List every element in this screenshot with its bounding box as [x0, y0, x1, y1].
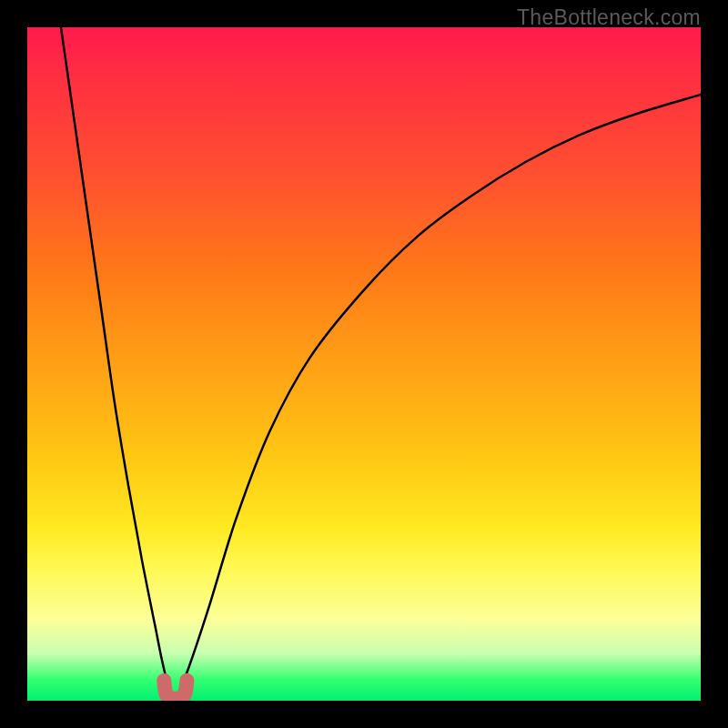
plot-area [27, 27, 701, 701]
minimum-marker [164, 681, 187, 699]
curve-layer [27, 27, 701, 701]
right-limb-curve [176, 95, 701, 701]
left-limb-curve [61, 27, 176, 701]
watermark-text: TheBottleneck.com [517, 5, 701, 30]
chart-frame: TheBottleneck.com [0, 0, 728, 728]
